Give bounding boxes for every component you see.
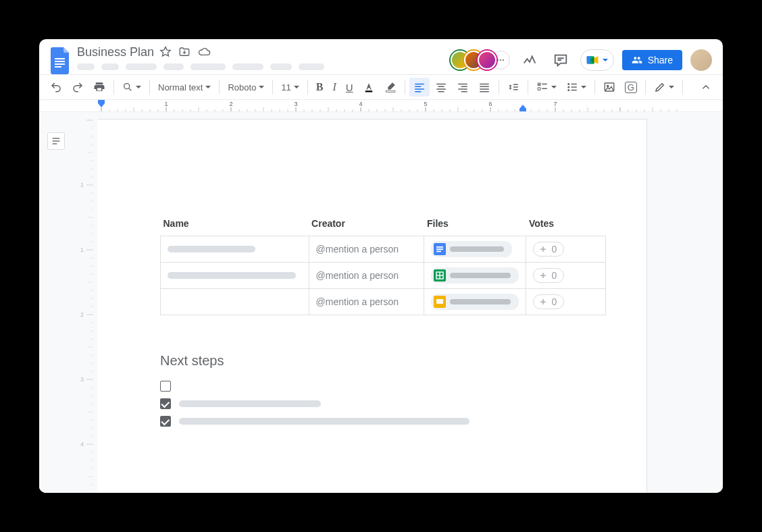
bold-icon[interactable]: B [312,78,328,97]
file-chip[interactable] [431,267,519,284]
svg-rect-2 [55,63,65,65]
horizontal-ruler[interactable]: 1234567 [97,100,723,111]
collaborator-avatar[interactable] [478,51,497,70]
mention-placeholder[interactable]: @mention a person [316,244,399,255]
editing-mode-dropdown[interactable] [650,78,678,96]
align-justify-icon[interactable] [474,78,494,97]
highlight-color-icon[interactable] [380,78,401,97]
svg-rect-187 [436,250,441,252]
svg-rect-15 [415,88,424,90]
collapse-toolbar-icon[interactable] [696,78,716,97]
table-row[interactable]: @mention a person0 [161,236,606,263]
menu-item[interactable] [270,63,292,70]
checklist-dropdown[interactable] [532,78,561,96]
checklist-item[interactable] [160,381,580,392]
file-chip[interactable] [431,294,519,310]
checklist-item[interactable] [160,398,580,409]
svg-rect-20 [438,91,444,92]
checkbox-icon[interactable] [160,381,171,392]
insert-link-icon[interactable]: G [621,78,641,97]
insert-image-icon[interactable] [599,78,619,97]
svg-rect-25 [480,84,489,85]
svg-rect-17 [436,84,446,85]
svg-rect-27 [480,88,489,90]
table-header[interactable]: Files [424,214,526,236]
star-icon[interactable] [158,45,173,59]
collaborator-avatars[interactable] [451,51,510,70]
svg-rect-31 [538,88,540,90]
checklist-item[interactable] [160,416,580,427]
svg-point-6 [503,59,504,61]
menu-bar[interactable] [77,63,324,70]
svg-rect-12 [386,90,395,92]
table-header[interactable]: Creator [309,214,424,236]
svg-rect-26 [480,86,489,88]
comment-history-icon[interactable] [549,49,572,72]
svg-rect-13 [415,84,424,85]
file-chip[interactable] [431,241,512,257]
meet-button[interactable] [580,49,614,71]
content-table[interactable]: NameCreatorFilesVotes @mention a person0… [160,214,606,315]
underline-icon[interactable]: U [342,78,357,97]
svg-rect-18 [438,86,444,88]
table-row[interactable]: @mention a person0 [161,289,606,315]
vote-chip[interactable]: 0 [533,268,564,283]
svg-text:3: 3 [294,101,297,107]
zoom-dropdown[interactable] [118,79,145,95]
activity-icon[interactable] [518,49,541,72]
docs-logo-icon[interactable] [49,49,73,73]
format-toolbar: Normal text Roboto 11 B I U G [39,74,723,100]
svg-rect-121 [53,140,60,141]
svg-text:2: 2 [80,311,84,318]
menu-item[interactable] [299,63,324,70]
italic-icon[interactable]: I [329,78,340,97]
table-header[interactable]: Votes [526,214,606,236]
align-center-icon[interactable] [431,78,451,97]
svg-rect-0 [55,58,65,59]
mention-placeholder[interactable]: @mention a person [316,270,399,281]
cloud-status-icon[interactable] [196,45,212,59]
align-right-icon[interactable] [453,78,473,97]
bullet-list-dropdown[interactable] [562,78,590,96]
share-label: Share [648,55,673,65]
svg-rect-22 [461,86,467,88]
document-page[interactable]: NameCreatorFilesVotes @mention a person0… [97,119,647,493]
document-title[interactable]: Business Plan [77,45,154,59]
vote-chip[interactable]: 0 [533,242,564,257]
svg-rect-193 [436,299,443,304]
menu-item[interactable] [163,63,184,70]
account-avatar[interactable] [690,49,712,71]
table-header[interactable]: Name [161,214,309,236]
vote-chip[interactable]: 0 [533,294,564,309]
line-spacing-icon[interactable] [503,78,524,97]
document-outline-icon[interactable] [47,132,65,150]
checkbox-icon[interactable] [160,416,171,427]
font-size-dropdown[interactable]: 11 [277,80,303,95]
svg-text:4: 4 [359,101,362,107]
menu-item[interactable] [126,63,157,70]
svg-rect-32 [542,88,547,90]
next-steps-heading[interactable]: Next steps [160,353,580,369]
align-left-icon[interactable] [409,78,430,97]
move-to-folder-icon[interactable] [177,45,192,59]
table-row[interactable]: @mention a person0 [161,263,606,289]
mention-placeholder[interactable]: @mention a person [316,296,399,307]
share-button[interactable]: Share [622,50,682,70]
undo-icon[interactable] [46,78,66,97]
svg-rect-23 [458,88,467,90]
menu-item[interactable] [190,63,226,70]
ruler-row: 1234567 [39,100,723,112]
print-icon[interactable] [89,78,109,97]
vertical-ruler[interactable]: 11234 [70,112,97,493]
menu-item[interactable] [232,63,263,70]
menu-item[interactable] [101,63,119,70]
styles-dropdown[interactable]: Normal text [154,80,215,95]
font-dropdown[interactable]: Roboto [224,80,268,95]
text-color-icon[interactable] [359,78,379,97]
svg-text:6: 6 [488,101,492,107]
svg-rect-1 [55,61,65,62]
checkbox-icon[interactable] [160,398,171,409]
redo-icon[interactable] [68,78,88,97]
menu-item[interactable] [77,63,95,70]
svg-rect-16 [415,91,421,92]
